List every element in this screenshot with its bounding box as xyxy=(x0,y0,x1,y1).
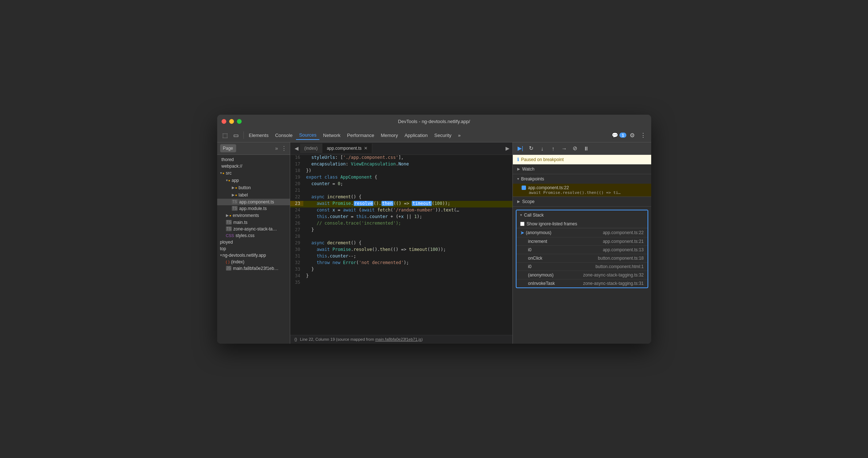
list-item[interactable]: ▶ ▪ button xyxy=(217,184,290,191)
close-button[interactable] xyxy=(222,119,226,124)
list-item[interactable]: ( ) (index) xyxy=(217,259,290,265)
tab-console[interactable]: Console xyxy=(272,131,296,140)
more-options-icon[interactable]: ⋮ xyxy=(638,130,648,140)
call-stack-item[interactable]: ➤ (anonymous) app.component.ts:22 xyxy=(516,228,648,237)
frame-name: i0 xyxy=(528,247,602,252)
tab-sources[interactable]: Sources xyxy=(296,131,319,140)
maximize-button[interactable] xyxy=(237,119,242,124)
list-item[interactable]: TS zone-async-stack-ta… xyxy=(217,226,290,232)
call-stack-item[interactable]: onClick button.component.ts:18 xyxy=(516,254,648,263)
tab-application[interactable]: Application xyxy=(402,131,431,140)
list-item[interactable]: webpack:// xyxy=(217,163,290,169)
list-item[interactable]: ▾ ng-devtools.netlify.app xyxy=(217,252,290,259)
cursor-icon[interactable]: ⬚ xyxy=(220,130,230,140)
chevron-down-icon: ▾ xyxy=(220,253,222,257)
show-ignored-frames: Show ignore-listed frames xyxy=(516,220,648,228)
format-icon[interactable]: {} xyxy=(295,337,297,341)
folder-icon: ▪ xyxy=(235,192,237,198)
sidebar-menu-icon[interactable]: ⋮ xyxy=(281,145,287,152)
status-bar: {} Line 22, Column 19 (source mapped fro… xyxy=(290,335,512,344)
list-item[interactable]: TS app.component.ts xyxy=(217,199,290,205)
breakpoint-item: app.component.ts:22 await Promise.resolv… xyxy=(513,184,651,196)
scope-header[interactable]: ▶ Scope xyxy=(513,197,651,206)
breakpoint-code-line: 23 await Promise.resolve().then(() => ti… xyxy=(290,201,512,207)
toolbar-separator xyxy=(243,131,244,139)
step-button[interactable]: → xyxy=(560,144,569,153)
code-line: 27 } xyxy=(290,227,512,234)
list-item[interactable]: ▶ ▪ environments xyxy=(217,212,290,219)
more-tabs[interactable]: » xyxy=(455,131,464,140)
deactivate-breakpoints-icon[interactable]: ⊘ xyxy=(571,144,580,153)
source-map-link[interactable]: main.fa8bfa0e23f1eb71.js xyxy=(375,337,422,341)
tab-elements[interactable]: Elements xyxy=(246,131,272,140)
list-item[interactable]: ▶ ▪ label xyxy=(217,191,290,199)
frame-file: button.component.html:1 xyxy=(595,264,644,269)
code-line: 18 }) xyxy=(290,168,512,175)
tab-security[interactable]: Security xyxy=(431,131,454,140)
chevron-down-icon: ▾ xyxy=(517,177,519,181)
call-stack-item[interactable]: onInvokeTask zone-async-stack-tagging.ts… xyxy=(516,279,648,287)
tab-memory[interactable]: Memory xyxy=(378,131,401,140)
tab-performance[interactable]: Performance xyxy=(344,131,377,140)
pause-exceptions-icon[interactable]: ⏸ xyxy=(581,144,591,153)
list-item[interactable]: TS app.module.ts xyxy=(217,205,290,212)
close-tab-icon[interactable]: ✕ xyxy=(364,146,368,151)
sidebar-tab-page[interactable]: Page xyxy=(220,144,236,152)
tab-index[interactable]: (index) xyxy=(300,144,323,153)
device-icon[interactable]: ▭ xyxy=(231,130,241,140)
watch-header[interactable]: ▶ Watch xyxy=(513,164,651,174)
call-stack-item[interactable]: i0 app.component.ts:13 xyxy=(516,246,648,254)
traffic-lights xyxy=(222,119,242,124)
step-into-button[interactable]: ↓ xyxy=(538,144,547,153)
folder-icon: ▪ xyxy=(235,185,237,191)
code-line: 26 // console.trace('incremented'); xyxy=(290,221,512,227)
ts-file-icon: TS xyxy=(226,220,232,225)
code-line: 21 xyxy=(290,188,512,194)
sidebar-more-icon[interactable]: » xyxy=(275,145,278,151)
settings-icon[interactable]: ⚙ xyxy=(627,130,637,140)
tab-nav-back[interactable]: ◀ xyxy=(293,145,300,151)
step-out-button[interactable]: ↑ xyxy=(549,144,558,153)
list-item[interactable]: ▾ ▪ app xyxy=(217,177,290,184)
code-line: 19 export class AppComponent { xyxy=(290,175,512,181)
tab-nav-forward[interactable]: ▶ xyxy=(506,145,510,151)
frame-file: zone-async-stack-tagging.ts:32 xyxy=(583,272,644,278)
breakpoint-checkbox[interactable] xyxy=(522,186,526,190)
list-item[interactable]: top xyxy=(217,245,290,252)
scope-section: ▶ Scope xyxy=(513,197,651,207)
call-stack-label: Call Stack xyxy=(524,213,544,218)
code-line: 31 this.counter--; xyxy=(290,253,512,260)
breakpoint-filename: app.component.ts:22 xyxy=(528,185,569,190)
code-editor[interactable]: 16 styleUrls: ['./app.component.css'], 1… xyxy=(290,155,512,335)
chevron-right-icon: ▶ xyxy=(232,193,235,197)
call-stack-item[interactable]: increment app.component.ts:21 xyxy=(516,237,648,246)
step-over-button[interactable]: ↻ xyxy=(527,144,536,153)
call-stack-header[interactable]: ▾ Call Stack xyxy=(516,210,648,220)
css-file-icon: CSS xyxy=(226,233,234,238)
call-stack-item[interactable]: i0 button.component.html:1 xyxy=(516,263,648,271)
breakpoints-header[interactable]: ▾ Breakpoints xyxy=(513,174,651,184)
tab-app-component[interactable]: app.component.ts ✕ xyxy=(322,144,372,153)
code-line: 30 await Promise.resolve().then(() => ti… xyxy=(290,247,512,253)
call-stack-section: ▾ Call Stack Show ignore-listed frames ➤… xyxy=(516,210,648,288)
call-stack-item[interactable]: (anonymous) zone-async-stack-tagging.ts:… xyxy=(516,271,648,279)
minimize-button[interactable] xyxy=(229,119,234,124)
breakpoint-code: await Promise.resolve().then(() => ti… xyxy=(522,190,647,195)
list-item[interactable]: CSS styles.css xyxy=(217,232,290,239)
right-panel: ▶| ↻ ↓ ↑ → ⊘ ⏸ ℹ Paused on breakpoint ▶ … xyxy=(512,142,651,344)
frame-name: onClick xyxy=(528,256,597,261)
watch-section: ▶ Watch xyxy=(513,164,651,174)
list-item[interactable]: thored xyxy=(217,156,290,163)
tab-network[interactable]: Network xyxy=(320,131,343,140)
frame-file: app.component.ts:13 xyxy=(603,247,644,252)
devtools-window: DevTools - ng-devtools.netlify.app/ ⬚ ▭ … xyxy=(217,115,651,344)
list-item[interactable]: TS main.ts xyxy=(217,219,290,226)
list-item[interactable]: ployed xyxy=(217,239,290,245)
list-item[interactable]: JS main.fa8bfa0e23f1eb… xyxy=(217,265,290,272)
resume-button[interactable]: ▶| xyxy=(516,144,525,153)
folder-icon: ▪ xyxy=(228,178,230,183)
list-item[interactable]: ▾ ▪ src xyxy=(217,169,290,177)
breakpoints-label: Breakpoints xyxy=(521,176,544,182)
scope-label: Scope xyxy=(522,199,535,204)
show-ignored-checkbox[interactable] xyxy=(520,222,525,226)
